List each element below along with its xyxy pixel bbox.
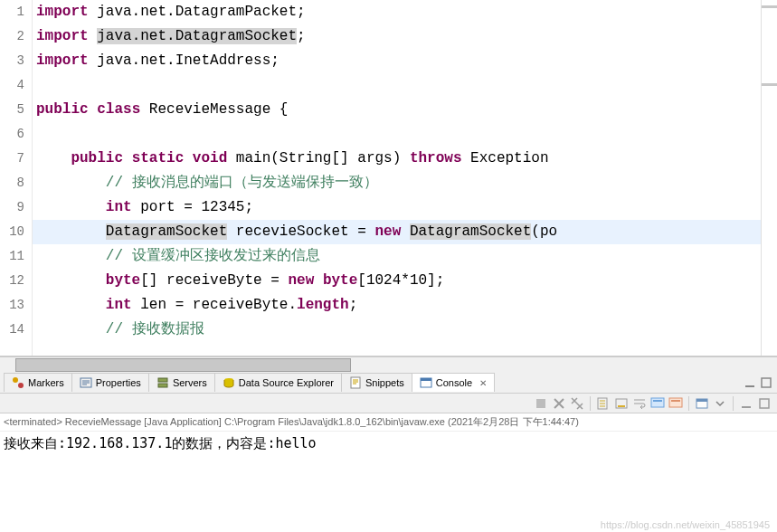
keyword: import [36,52,89,69]
code-text [36,223,106,240]
dropdown-icon[interactable] [713,396,727,411]
properties-icon [80,376,92,389]
toolbar-separator [688,396,689,411]
svg-rect-16 [653,400,662,402]
keyword: void [193,150,227,166]
code-text: java.net.InetAddress; [89,52,280,69]
servers-icon [156,376,169,389]
svg-rect-22 [760,399,769,408]
code-text: ; [297,28,306,44]
code-text [184,150,193,166]
code-line[interactable]: public static void main(String[] args) t… [33,147,761,171]
tab-label: Snippets [365,377,404,388]
close-icon[interactable]: ✕ [479,378,487,388]
code-line[interactable] [33,122,761,147]
keyword: new [288,272,314,289]
maximize-icon[interactable] [759,375,773,390]
tab-markers[interactable]: Markers [4,373,72,392]
line-gutter: 1234567891011121314 [0,0,33,356]
code-line[interactable] [33,73,761,98]
code-text: main(String[] args) [227,150,410,166]
code-area[interactable]: import java.net.DatagramPacket;import ja… [33,0,761,356]
line-number: 11 [0,244,24,269]
scroll-lock-icon[interactable] [614,396,629,411]
code-line[interactable]: DatagramSocket recevieSocket = new Datag… [33,220,761,244]
code-text: [1024*10]; [357,272,444,289]
line-number: 6 [0,122,24,147]
svg-rect-4 [158,384,167,387]
line-number: 14 [0,318,24,342]
tab-console[interactable]: Console✕ [412,373,495,392]
code-line[interactable]: import java.net.DatagramPacket; [33,0,761,24]
line-number: 8 [0,171,24,195]
type-highlight: DatagramSocket [410,223,531,240]
console-process-header: <terminated> RecevieMessage [Java Applic… [0,413,777,432]
code-line[interactable]: // 接收消息的端口（与发送端保持一致） [33,171,761,195]
horizontal-scrollbar[interactable] [0,356,777,372]
keyword: import [36,4,89,20]
line-number: 9 [0,195,24,220]
line-number: 4 [0,73,24,98]
code-text: recevieSocket = [227,223,374,240]
code-line[interactable]: // 接收数据报 [33,318,761,342]
maximize-icon[interactable] [757,396,772,411]
line-number: 2 [0,24,24,49]
markers-icon [12,376,24,389]
scrollbar-thumb[interactable] [15,358,351,372]
console-toolbar [0,394,777,413]
comment: // 接收数据报 [106,321,204,337]
keyword: static [132,150,185,166]
open-console-icon[interactable] [695,396,709,411]
minimize-icon[interactable] [739,396,753,411]
code-text [401,223,410,240]
tab-label: Servers [173,377,207,388]
code-line[interactable]: // 设置缓冲区接收发过来的信息 [33,244,761,269]
word-wrap-icon[interactable] [632,396,647,411]
svg-rect-3 [158,378,167,382]
tab-properties[interactable]: Properties [71,373,149,392]
tab-data-source-explorer[interactable]: Data Source Explorer [214,373,342,392]
code-line[interactable]: public class RecevieMessage { [33,98,761,122]
minimize-icon[interactable] [743,375,757,390]
code-text: RecevieMessage { [140,101,288,118]
overview-ruler[interactable] [761,0,777,356]
display-console-icon[interactable] [668,396,683,411]
code-lines[interactable]: import java.net.DatagramPacket;import ja… [33,0,761,342]
tab-servers[interactable]: Servers [148,373,215,392]
keyword: import [36,28,89,44]
keyword: class [97,101,140,118]
console-output[interactable]: 接收来自:192.168.137.1的数据，内容是:hello [0,432,777,456]
scrollbar-track[interactable] [15,358,762,372]
watermark: https://blog.csdn.net/weixin_45851945 [601,519,770,530]
code-line[interactable]: import java.net.DatagramSocket; [33,24,761,49]
code-line[interactable]: import java.net.InetAddress; [33,49,761,73]
console-ip: 192.168.137.1 [66,435,172,451]
code-line[interactable]: int port = 12345; [33,195,761,220]
snippets-icon [349,376,362,389]
terminate-icon[interactable] [534,396,548,411]
line-number: 5 [0,98,24,122]
code-text: Exception [462,150,558,166]
svg-rect-21 [742,406,751,408]
type-highlight: java.net.DatagramSocket [97,28,297,44]
keyword: public [36,101,89,118]
svg-point-1 [18,383,24,388]
svg-rect-17 [669,398,682,407]
code-text [36,248,106,264]
remove-launch-icon[interactable] [552,396,566,411]
line-number: 7 [0,147,24,171]
pin-console-icon[interactable] [650,396,665,411]
code-line[interactable]: byte[] receiveByte = new byte[1024*10]; [33,269,761,293]
clear-console-icon[interactable] [596,396,611,411]
tab-snippets[interactable]: Snippets [341,373,412,392]
console-text-suffix: 的数据，内容是:hello [172,435,316,451]
datasource-icon [223,376,235,389]
code-line[interactable]: int len = receiveByte.length; [33,293,761,318]
keyword: length [297,297,349,313]
remove-all-icon[interactable] [570,396,584,411]
svg-rect-8 [421,378,431,381]
keyword: public [71,150,123,166]
ruler-mark [762,5,777,8]
code-editor[interactable]: 1234567891011121314 import java.net.Data… [0,0,777,356]
console-icon [420,376,432,389]
